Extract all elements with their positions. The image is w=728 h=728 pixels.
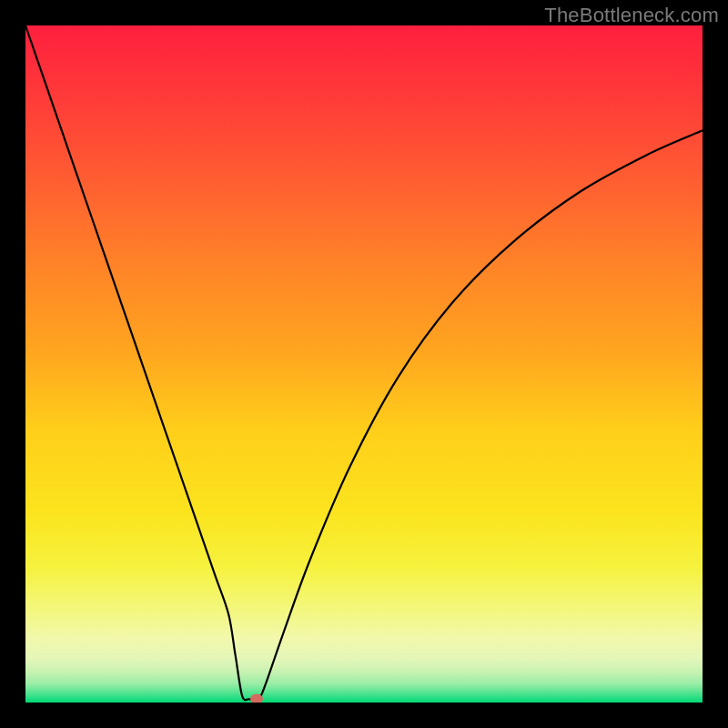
- plot-area: [25, 25, 703, 703]
- optimum-marker: [250, 694, 263, 703]
- chart-stage: TheBottleneck.com: [0, 0, 728, 728]
- watermark-text: TheBottleneck.com: [544, 4, 719, 27]
- bottleneck-curve: [25, 25, 703, 703]
